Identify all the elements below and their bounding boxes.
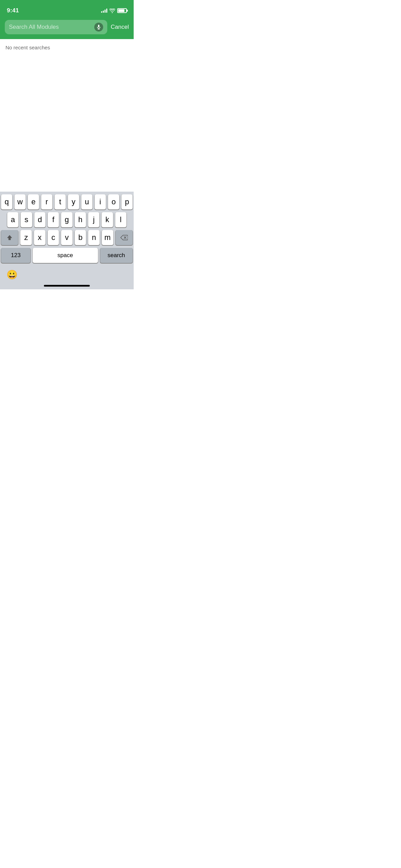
numbers-key[interactable]: 123 [1,248,31,263]
key-b[interactable]: b [75,230,86,245]
key-w[interactable]: w [14,194,26,209]
mic-icon [97,25,101,29]
status-bar: 9:41 [0,0,134,17]
key-t[interactable]: t [54,194,66,209]
key-g[interactable]: g [61,212,72,227]
space-key[interactable]: space [33,248,98,263]
home-indicator [44,285,90,287]
emoji-button[interactable]: 😀 [4,267,20,282]
keyboard-bottom-bar: 😀 [1,266,133,285]
keyboard[interactable]: q w e r t y u i o p a s d f g h j k l z … [0,192,134,289]
search-bar-container: Cancel [0,17,134,39]
wifi-icon [109,9,115,13]
key-o[interactable]: o [108,194,119,209]
no-recent-searches-text: No recent searches [5,45,50,50]
key-s[interactable]: s [21,212,32,227]
key-y[interactable]: y [68,194,79,209]
delete-key[interactable] [116,230,133,245]
keyboard-row-2: a s d f g h j k l [1,212,133,227]
key-f[interactable]: f [48,212,59,227]
battery-icon [117,8,127,13]
key-q[interactable]: q [1,194,12,209]
svg-rect-0 [98,25,99,27]
key-x[interactable]: x [34,230,46,245]
battery-fill [118,9,124,12]
search-input-wrapper[interactable] [5,20,107,34]
status-icons [101,8,127,13]
key-c[interactable]: c [48,230,59,245]
key-z[interactable]: z [20,230,32,245]
search-input[interactable] [9,24,92,31]
search-key[interactable]: search [100,248,133,263]
key-v[interactable]: v [61,230,73,245]
key-i[interactable]: i [95,194,106,209]
key-d[interactable]: d [34,212,46,227]
cancel-button[interactable]: Cancel [111,22,129,32]
shift-icon [6,234,13,241]
key-u[interactable]: u [81,194,93,209]
key-m[interactable]: m [102,230,113,245]
status-time: 9:41 [7,7,19,14]
key-e[interactable]: e [28,194,39,209]
key-h[interactable]: h [75,212,86,227]
key-r[interactable]: r [41,194,52,209]
shift-key[interactable] [1,230,18,245]
key-p[interactable]: p [121,194,133,209]
keyboard-row-3: z x c v b n m [1,230,133,245]
key-n[interactable]: n [88,230,100,245]
key-j[interactable]: j [88,212,99,227]
key-k[interactable]: k [101,212,113,227]
signal-icon [101,9,107,13]
key-l[interactable]: l [115,212,126,227]
keyboard-row-1: q w e r t y u i o p [1,194,133,209]
delete-icon [120,235,128,240]
key-a[interactable]: a [7,212,19,227]
keyboard-row-4: 123 space search [1,248,133,263]
mic-button[interactable] [94,23,103,32]
content-area: No recent searches [0,39,134,56]
